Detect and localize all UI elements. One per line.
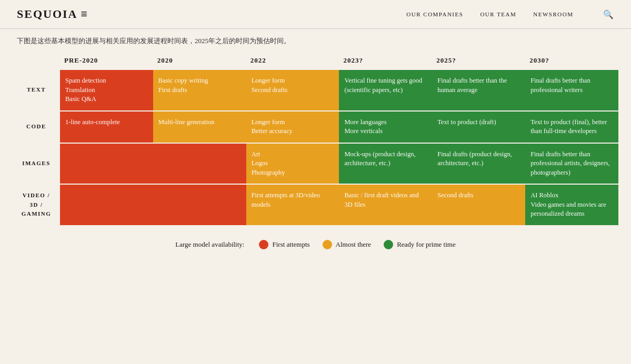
legend-item: First attempts [259,240,309,249]
table-row: CODE1-line auto-completeMulti-line gener… [13,112,618,143]
table-cell [153,185,246,225]
nav-links: OUR COMPANIES OUR TEAM NEWSROOM 🔍 [406,9,614,19]
table-cell: Final drafts (product design, architectu… [432,144,525,184]
legend-label: Ready for prime time [397,240,456,249]
table-cell: First attempts at 3D/video models [246,185,339,225]
table-cell: Spam detection Translation Basic Q&A [60,70,153,110]
search-icon[interactable]: 🔍 [603,9,615,19]
legend-prefix: Large model availability: [175,240,244,249]
table-row: VIDEO / 3D / GAMINGFirst attempts at 3D/… [13,185,618,225]
row-category: IMAGES [13,144,60,184]
table-cell: Multi-line generation [153,112,246,143]
col-header-2030: 2030? [525,51,618,70]
table-cell: Final drafts better than the human avera… [432,70,525,110]
table-row: IMAGESArt Logos PhotographyMock-ups (pro… [13,144,618,184]
legend-label: Almost there [336,240,372,249]
table-container: PRE-2020 2020 2022 2023? 2025? 2030? TEX… [0,51,631,234]
table-cell: Final drafts better than professional ar… [525,144,618,184]
table-cell: Final drafts better than professional wr… [525,70,618,110]
col-header-2022: 2022 [246,51,339,70]
table-cell: Basic / first draft videos and 3D files [339,185,432,225]
row-category: TEXT [13,70,60,110]
legend-color-dot [259,240,268,249]
legend-item: Ready for prime time [384,240,456,249]
table-header-row: PRE-2020 2020 2022 2023? 2025? 2030? [13,51,618,70]
col-header-pre2020: PRE-2020 [60,51,153,70]
row-category: VIDEO / 3D / GAMING [13,185,60,225]
legend-color-dot [323,240,332,249]
legend-label: First attempts [272,240,309,249]
col-header-category [13,51,60,70]
col-header-2023: 2023? [339,51,432,70]
table-cell: Art Logos Photography [246,144,339,184]
table-cell: Text to product (final), better than ful… [525,112,618,143]
legend-color-dot [384,240,393,249]
table-cell [60,144,153,184]
table-cell: More languages More verticals [339,112,432,143]
table-cell: Vertical fine tuning gets good (scientif… [339,70,432,110]
table-cell: Longer form Better accuracy [246,112,339,143]
table-cell: Mock-ups (product design, architecture, … [339,144,432,184]
logo-icon: ≡ [81,7,88,21]
legend: Large model availability: First attempts… [0,234,631,251]
table-cell: Longer form Second drafts [246,70,339,110]
timeline-table: PRE-2020 2020 2022 2023? 2025? 2030? TEX… [13,51,618,225]
logo: SEQUOIA ≡ [17,7,406,21]
table-cell: AI Roblox Video games and movies are per… [525,185,618,225]
nav-newsroom[interactable]: NEWSROOM [533,11,573,17]
table-cell: Text to product (draft) [432,112,525,143]
legend-item: Almost there [323,240,372,249]
logo-text: SEQUOIA [17,7,77,21]
table-cell: 1-line auto-complete [60,112,153,143]
nav-our-team[interactable]: OUR TEAM [480,11,516,17]
table-cell [60,185,153,225]
table-cell [153,144,246,184]
col-header-2025: 2025? [432,51,525,70]
table-cell: Second drafts [432,185,525,225]
col-header-2020: 2020 [153,51,246,70]
subtitle: 下图是这些基本模型的进展与相关应用的发展进程时间表，2025年之后的时间为预估时… [0,29,631,51]
table-cell: Basic copy writing First drafts [153,70,246,110]
row-category: CODE [13,112,60,143]
table-row: TEXTSpam detection Translation Basic Q&A… [13,70,618,110]
nav-our-companies[interactable]: OUR COMPANIES [406,11,463,17]
